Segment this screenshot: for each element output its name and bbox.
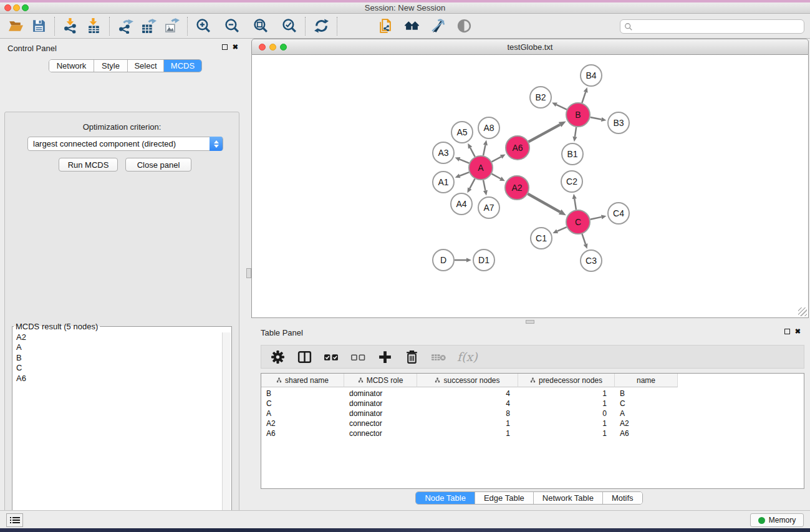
deselect-all-checkboxes-icon[interactable] bbox=[350, 349, 366, 365]
optimization-criterion-dropdown[interactable]: largest connected component (directed) bbox=[27, 137, 223, 151]
add-column-icon[interactable] bbox=[377, 349, 393, 365]
edge-C-C2[interactable] bbox=[574, 199, 576, 210]
tab-network-table[interactable]: Network Table bbox=[534, 492, 603, 504]
mcds-result-item[interactable]: C bbox=[13, 363, 222, 373]
edge-B-B3[interactable] bbox=[591, 117, 602, 120]
edge-C-C3[interactable] bbox=[582, 234, 586, 244]
edge-A-A6[interactable] bbox=[492, 157, 501, 162]
mcds-result-item[interactable]: A2 bbox=[13, 332, 222, 342]
close-panel-button[interactable]: Close panel bbox=[125, 158, 191, 172]
memory-button[interactable]: Memory bbox=[750, 513, 804, 527]
edge-B-B1[interactable] bbox=[575, 127, 576, 137]
tab-style[interactable]: Style bbox=[94, 60, 128, 72]
table-row-B[interactable]: Bdominator41B bbox=[261, 389, 678, 399]
table-close-panel-icon[interactable]: ✖ bbox=[795, 329, 801, 334]
tab-edge-table[interactable]: Edge Table bbox=[475, 492, 534, 504]
import-network-icon[interactable] bbox=[62, 17, 79, 35]
function-builder-button[interactable]: f(x) bbox=[457, 350, 478, 364]
table-row-A6[interactable]: A6connector11A6 bbox=[261, 428, 678, 438]
edge-C-C4[interactable] bbox=[591, 217, 602, 220]
clone-network-icon[interactable] bbox=[377, 17, 394, 35]
cell-predecessor-nodes: 0 bbox=[518, 409, 615, 418]
export-network-icon[interactable] bbox=[117, 17, 134, 35]
edge-A-A7[interactable] bbox=[483, 180, 485, 191]
column-header-label: shared name bbox=[285, 376, 329, 385]
export-image-icon[interactable] bbox=[163, 17, 180, 35]
mcds-result-item[interactable]: B bbox=[13, 353, 222, 363]
float-panel-icon[interactable] bbox=[222, 44, 228, 50]
show-graphics-details-icon[interactable] bbox=[455, 17, 473, 35]
tab-motifs[interactable]: Motifs bbox=[603, 492, 642, 504]
graph-node-label: A6 bbox=[512, 143, 523, 153]
edge-arrowhead bbox=[601, 117, 607, 122]
cell-predecessor-nodes: 1 bbox=[518, 399, 615, 409]
edge-C-C1[interactable] bbox=[557, 227, 567, 231]
window-resize-grip[interactable] bbox=[798, 307, 807, 316]
zoom-selected-icon[interactable] bbox=[281, 17, 298, 35]
edge-A2-C[interactable] bbox=[528, 194, 560, 212]
edge-A-A3[interactable] bbox=[460, 159, 469, 163]
edge-arrowhead bbox=[584, 243, 588, 249]
graph-node-label: D bbox=[440, 255, 446, 265]
toggle-column-view-icon[interactable] bbox=[296, 349, 312, 365]
cell-name: A bbox=[615, 409, 678, 418]
export-table-icon[interactable] bbox=[140, 17, 157, 35]
edge-A-A4[interactable] bbox=[470, 179, 475, 189]
table-row-C[interactable]: Cdominator41C bbox=[261, 399, 678, 409]
refresh-layout-icon[interactable] bbox=[312, 17, 330, 35]
edge-A-A5[interactable] bbox=[470, 148, 475, 157]
select-all-checkboxes-icon[interactable] bbox=[323, 349, 339, 365]
mcds-result-list: A2ABCA6 bbox=[13, 332, 222, 532]
table-float-panel-icon[interactable] bbox=[784, 329, 790, 334]
horizontal-splitter-grip[interactable] bbox=[526, 320, 534, 324]
graph-node-label: A5 bbox=[456, 127, 467, 137]
dropdown-value: largest connected component (directed) bbox=[33, 139, 176, 148]
column-header-shared-name[interactable]: shared name bbox=[261, 374, 344, 387]
table-row-A2[interactable]: A2connector11A2 bbox=[261, 418, 678, 428]
delete-column-icon[interactable] bbox=[403, 349, 420, 365]
tab-network[interactable]: Network bbox=[49, 60, 94, 72]
delete-table-icon[interactable] bbox=[430, 349, 446, 365]
table-row-A[interactable]: Adominator80A bbox=[261, 409, 678, 418]
cell-shared-name: A bbox=[261, 409, 344, 418]
tab-mcds[interactable]: MCDS bbox=[164, 60, 201, 72]
result-scrollbar[interactable] bbox=[222, 332, 231, 532]
mcds-result-item[interactable]: A bbox=[13, 342, 222, 352]
edge-A-A1[interactable] bbox=[460, 172, 469, 176]
cell-name: A2 bbox=[615, 418, 678, 428]
network-window-titlebar[interactable]: testGlobe.txt bbox=[251, 39, 809, 55]
tab-select[interactable]: Select bbox=[128, 60, 164, 72]
column-header-name[interactable]: name bbox=[615, 374, 678, 387]
open-folder-icon[interactable] bbox=[7, 17, 24, 35]
search-input[interactable] bbox=[620, 19, 804, 34]
run-mcds-button[interactable]: Run MCDS bbox=[59, 158, 118, 172]
home-view-icon[interactable] bbox=[403, 17, 420, 35]
vertical-splitter-grip[interactable] bbox=[246, 268, 251, 278]
network-graph: B4B2BB3A8A5A6A3B1AC2A1A2A4A7C4CC1C3DD1 bbox=[252, 55, 808, 317]
cell-MCDS-role: connector bbox=[344, 428, 417, 438]
column-header-successor-nodes[interactable]: successor nodes bbox=[417, 374, 518, 387]
zoom-in-icon[interactable] bbox=[195, 17, 212, 35]
edge-A-A8[interactable] bbox=[483, 145, 485, 155]
app-titlebar[interactable]: Session: New Session bbox=[0, 2, 810, 14]
import-table-icon[interactable] bbox=[85, 17, 102, 35]
task-history-button[interactable] bbox=[6, 513, 23, 527]
mcds-result-item[interactable]: A6 bbox=[13, 374, 222, 384]
tab-node-table[interactable]: Node Table bbox=[416, 492, 475, 504]
edge-B-B4[interactable] bbox=[582, 92, 586, 103]
edge-B-B2[interactable] bbox=[556, 105, 567, 110]
zoom-out-icon[interactable] bbox=[223, 17, 241, 35]
graph-node-label: B2 bbox=[535, 92, 546, 102]
graph-node-label: B bbox=[575, 110, 581, 120]
hide-annotations-icon[interactable] bbox=[429, 17, 446, 35]
save-session-icon[interactable] bbox=[30, 17, 47, 35]
edge-A-A2[interactable] bbox=[492, 174, 501, 179]
network-canvas[interactable]: B4B2BB3A8A5A6A3B1AC2A1A2A4A7C4CC1C3DD1 bbox=[251, 55, 809, 318]
close-panel-icon[interactable]: ✖ bbox=[233, 44, 238, 50]
zoom-fit-icon[interactable] bbox=[252, 17, 269, 35]
cell-shared-name: A6 bbox=[261, 428, 344, 438]
table-settings-gear-icon[interactable] bbox=[269, 349, 286, 365]
column-header-MCDS-role[interactable]: MCDS role bbox=[344, 374, 417, 387]
column-header-predecessor-nodes[interactable]: predecessor nodes bbox=[518, 374, 615, 387]
edge-A6-B[interactable] bbox=[529, 125, 560, 142]
